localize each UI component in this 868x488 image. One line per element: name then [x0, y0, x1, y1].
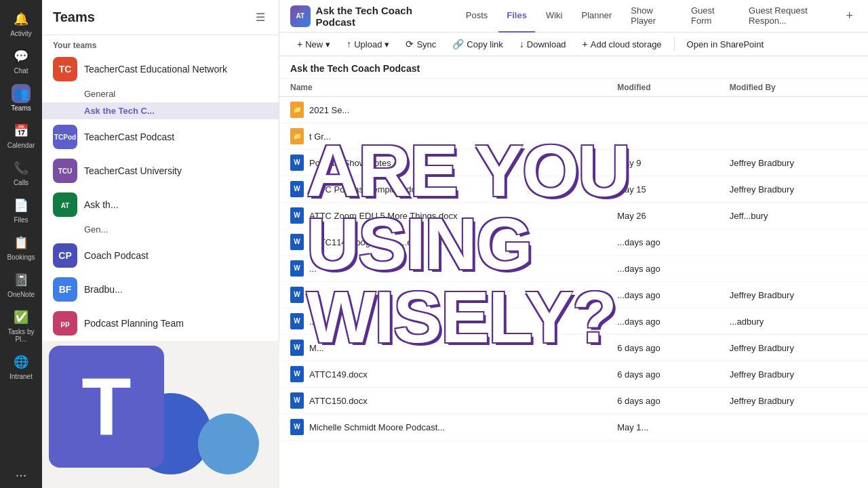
add-storage-button[interactable]: + Add cloud storage	[576, 35, 669, 53]
table-row[interactable]: W ... ...days ago ...adbury	[279, 308, 868, 335]
copylink-label: Copy link	[467, 39, 502, 49]
tab-guestresp[interactable]: Guest Request Respon...	[741, 0, 839, 33]
add-tab-button[interactable]: +	[842, 9, 857, 23]
tab-posts[interactable]: Posts	[458, 0, 496, 33]
channel-item-active[interactable]: Ask the Tech C...	[42, 102, 279, 119]
file-author	[719, 229, 868, 256]
col-header-name: Name	[279, 79, 606, 97]
file-modified: ...days ago	[606, 229, 719, 256]
table-row[interactable]: W ... ...days ago Jeffrey Bradbury	[279, 282, 868, 308]
team-row[interactable]: CP Coach Podcast ···	[42, 239, 279, 272]
col-header-modified: Modified	[606, 79, 719, 97]
file-type-icon: W	[290, 181, 304, 197]
table-row[interactable]: W Michelle Schmidt Moore Podcast... May …	[279, 414, 868, 441]
file-author	[719, 256, 868, 282]
teams-icon: 👥	[12, 84, 31, 103]
team-name: Ask th...	[84, 199, 259, 210]
table-row[interactable]: W ATTC Podcast Template.docx May 15 Jeff…	[279, 176, 868, 203]
onenote-icon: 📓	[12, 270, 31, 289]
more-apps-button[interactable]: ...	[16, 464, 27, 480]
sidebar-item-calendar[interactable]: 📅 Calendar	[2, 117, 40, 153]
new-icon: +	[297, 39, 302, 49]
avatar: BF	[53, 277, 77, 302]
sidebar-item-files[interactable]: 📄 Files	[2, 192, 40, 228]
file-modified: May 15	[606, 176, 719, 203]
sync-label: Sync	[416, 39, 436, 49]
tab-planner[interactable]: Planner	[573, 0, 620, 33]
file-modified: ...days ago	[606, 308, 719, 335]
team-row[interactable]: TCPod TeacherCast Podcast ···	[42, 121, 279, 153]
teams-label: Teams	[11, 104, 31, 112]
table-row[interactable]: W ATTC114 Googly En... ...ea ...days ago	[279, 229, 868, 256]
tab-showplayer[interactable]: Show Player	[623, 0, 680, 33]
sidebar-item-intranet[interactable]: 🌐 Intranet	[2, 348, 40, 384]
copylink-button[interactable]: 🔗 Copy link	[446, 35, 509, 53]
channel-item[interactable]: General	[42, 85, 279, 102]
table-header-row: Name Modified Modified By	[279, 79, 868, 97]
team-name: TeacherCast University	[84, 165, 259, 176]
file-name: ...	[309, 264, 317, 274]
file-author: Jeffrey Bradbury	[719, 335, 868, 361]
table-row[interactable]: W ATTC150.docx 6 days ago Jeffrey Bradbu…	[279, 388, 868, 414]
sidebar-item-activity[interactable]: 🔔 Activity	[2, 5, 40, 41]
tab-guestform[interactable]: Guest Form	[683, 0, 738, 33]
team-row[interactable]: TC TeacherCast Educational Network ···	[42, 53, 279, 85]
file-modified: ...days ago	[606, 282, 719, 308]
file-name: ATTC Zoom EDU 5 More Things.docx	[309, 211, 457, 221]
file-name-cell: W M...	[290, 340, 595, 356]
file-name: Podcast Show Notes A...	[309, 158, 406, 168]
table-row[interactable]: W Podcast Show Notes A... May 9 Jeffrey …	[279, 150, 868, 176]
teams-logo-t-box: T	[49, 346, 164, 468]
tab-files[interactable]: Files	[498, 0, 535, 33]
file-type-icon: W	[290, 155, 304, 171]
sidebar-item-calls[interactable]: 📞 Calls	[2, 155, 40, 190]
tasks-label: Tasks by Pl...	[7, 328, 35, 343]
channel-title: Ask the Tech Coach Podcast	[316, 5, 444, 28]
file-name-cell: W ATTC114 Googly En... ...ea	[290, 234, 595, 250]
table-row[interactable]: W ... ...days ago	[279, 256, 868, 282]
table-row[interactable]: W ATTC Zoom EDU 5 More Things.docx May 2…	[279, 203, 868, 229]
sidebar-item-onenote[interactable]: 📓 OneNote	[2, 266, 40, 302]
file-type-icon: W	[290, 234, 304, 250]
team-row[interactable]: TCU TeacherCast University ···	[42, 155, 279, 187]
upload-button[interactable]: ↑ Upload ▾	[340, 35, 396, 53]
table-row[interactable]: W ATTC149.docx 6 days ago Jeffrey Bradbu…	[279, 361, 868, 388]
team-row[interactable]: pp Podcast Planning Team ···	[42, 307, 279, 340]
teams-t-letter: T	[81, 360, 131, 453]
file-name-cell: W ...	[290, 313, 595, 329]
file-author: Jeffrey Bradbury	[719, 150, 868, 176]
tab-wiki[interactable]: Wiki	[538, 0, 571, 33]
team-name: TeacherCast Podcast	[84, 131, 259, 142]
table-row[interactable]: W M... 6 days ago Jeffrey Bradbury	[279, 335, 868, 361]
avatar: TC	[53, 57, 77, 81]
team-group-teachercast: TC TeacherCast Educational Network ··· G…	[42, 53, 279, 119]
download-button[interactable]: ↓ Download	[513, 35, 573, 53]
file-name-cell: W ATTC Podcast Template.docx	[290, 181, 595, 197]
open-sharepoint-button[interactable]: Open in SharePoint	[680, 36, 770, 53]
channel-item[interactable]: Gen...	[42, 221, 279, 238]
sidebar-item-teams[interactable]: 👥 Teams	[2, 80, 40, 116]
team-row[interactable]: AT Ask th... ···	[42, 188, 279, 221]
sidebar-item-chat[interactable]: 💬 Chat	[2, 43, 40, 79]
new-button[interactable]: + New ▾	[290, 35, 337, 53]
sidebar-item-tasks[interactable]: ✅ Tasks by Pl...	[2, 304, 40, 347]
file-name: ATTC149.docx	[309, 369, 368, 380]
file-modified: ...days ago	[606, 256, 719, 282]
file-name-cell: W Podcast Show Notes A...	[290, 155, 595, 171]
filter-button[interactable]: ☰	[253, 8, 268, 26]
file-name-cell: W Michelle Schmidt Moore Podcast...	[290, 419, 595, 435]
download-label: Download	[527, 39, 566, 49]
sync-button[interactable]: ⟳ Sync	[399, 35, 443, 53]
team-row[interactable]: BF Bradbu... ···	[42, 273, 279, 306]
sidebar-item-bookings[interactable]: 📋 Bookings	[2, 229, 40, 265]
table-row[interactable]: 📁 2021 Se...	[279, 97, 868, 123]
files-icon: 📄	[12, 196, 31, 215]
file-type-icon: W	[290, 366, 304, 382]
calendar-label: Calendar	[7, 142, 35, 149]
team-name: Coach Podcast	[84, 250, 259, 261]
calls-icon: 📞	[12, 159, 31, 178]
file-author: Jeffrey Bradbury	[719, 282, 868, 308]
table-row[interactable]: 📁 t Gr...	[279, 123, 868, 150]
avatar: AT	[53, 192, 77, 217]
channel-avatar: AT	[290, 5, 311, 27]
